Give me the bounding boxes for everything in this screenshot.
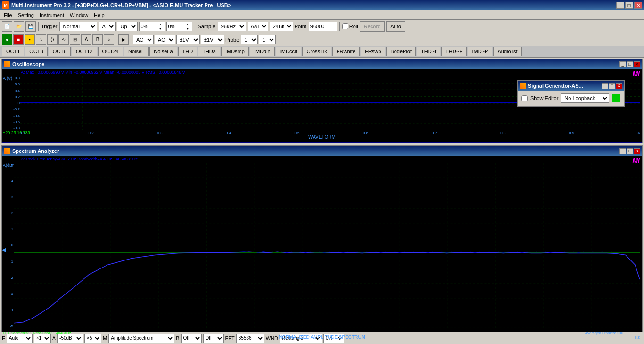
tab-bar: OCT1 OCT3 OCT6 OCT12 OCT24 NoiseL NoiseL…: [0, 46, 644, 58]
pct1-down[interactable]: ▼: [158, 26, 164, 31]
green-btn-1[interactable]: ●: [2, 34, 12, 45]
fft-val-select[interactable]: 65536: [236, 334, 264, 343]
tab-thdp[interactable]: THD~P: [441, 47, 467, 56]
app-icon: M: [2, 1, 9, 9]
menu-file[interactable]: File: [1, 12, 15, 18]
spec-title: Spectrum Analyzer: [12, 148, 59, 154]
title-bar: M Multi-Instrument Pro 3.2 - [+3DP+DLG+L…: [0, 0, 644, 10]
osc-minimize[interactable]: _: [619, 61, 626, 67]
spec-minimize[interactable]: _: [619, 148, 626, 154]
pct2-up[interactable]: ▲: [186, 22, 191, 26]
tab-oct6[interactable]: OCT6: [49, 47, 71, 56]
sep4: [116, 35, 116, 44]
tab-thd[interactable]: THD: [178, 47, 198, 56]
probe1-select[interactable]: 1 10: [241, 35, 258, 44]
tab-thdf[interactable]: THD~f: [417, 47, 440, 56]
spectrum-panel: Spectrum Analyzer _ □ ✕ A: Peak Frequenc…: [1, 145, 643, 343]
tab-crosstlk[interactable]: CrossTlk: [302, 47, 331, 56]
ab-select[interactable]: A&B A B: [248, 22, 268, 31]
osc-status: A: Max= 0.00006998 V Min=-0.00006962 V M…: [21, 70, 185, 75]
tab-noisell[interactable]: NoiseL: [124, 47, 149, 56]
sig-gen-title-bar: Signal Generator-AS... _ □ ✕: [518, 81, 624, 91]
tab-oct3[interactable]: OCT3: [25, 47, 47, 56]
b-off-select[interactable]: Off: [181, 334, 202, 343]
sig-gen-close[interactable]: ✕: [616, 83, 622, 89]
roll-checkbox[interactable]: [342, 23, 348, 29]
red-btn[interactable]: ■: [13, 34, 24, 45]
v1-select[interactable]: AC DC: [155, 35, 175, 44]
ac-select-1[interactable]: AC DC: [133, 35, 154, 44]
tab-bodeplot[interactable]: BodePlot: [386, 47, 416, 56]
new-btn[interactable]: 📄: [2, 21, 12, 32]
save-btn[interactable]: 💾: [25, 21, 36, 32]
spec-chart: A: Peak Frequency=666.7 Hz Bandwidth=4.4…: [2, 156, 642, 342]
auto-button[interactable]: Auto: [386, 21, 405, 32]
v2-range[interactable]: ±1V ±2V: [201, 35, 224, 44]
open-btn[interactable]: 📂: [14, 21, 24, 32]
tab-frswp[interactable]: FRswp: [361, 47, 385, 56]
osc-restore[interactable]: □: [627, 61, 633, 67]
tab-noisela[interactable]: NoiseLa: [149, 47, 177, 56]
tab-imddin[interactable]: IMDdin: [250, 47, 275, 56]
point-input[interactable]: [309, 22, 337, 31]
direction-select[interactable]: Up Down: [117, 22, 138, 31]
sample-rate-select[interactable]: 96kHz 48kHz 44.1kHz: [218, 22, 246, 31]
show-editor-checkbox[interactable]: [521, 95, 528, 101]
menu-help[interactable]: Help: [91, 12, 107, 18]
icon-btn-3[interactable]: ∿: [58, 34, 69, 45]
menu-instrument[interactable]: Instrument: [37, 12, 67, 18]
sep5: [131, 35, 131, 44]
channel-select[interactable]: A B: [99, 22, 116, 31]
icon-btn-2[interactable]: ⟨⟩: [47, 34, 58, 45]
x5-select[interactable]: ×5: [84, 334, 101, 343]
minimize-button[interactable]: _: [616, 2, 624, 9]
trigger-label: Trigger: [41, 24, 57, 29]
icon-btn-7[interactable]: ♪: [104, 34, 114, 45]
icon-btn-8[interactable]: ▶: [118, 34, 129, 45]
osc-close[interactable]: ✕: [634, 61, 640, 67]
menu-bar: File Setting Instrument Window Help: [0, 10, 644, 20]
tab-audiotst[interactable]: AudioTst: [493, 47, 521, 56]
restore-button[interactable]: □: [625, 2, 633, 9]
tab-thda[interactable]: THDa: [198, 47, 220, 56]
roll-label[interactable]: Roll: [342, 23, 358, 29]
spec-peak-info: A: Peak Frequency=666.7 Hz Bandwidth=4.4…: [21, 157, 138, 161]
icon-btn-1[interactable]: ≈: [36, 34, 46, 45]
pct1-up[interactable]: ▲: [158, 22, 164, 26]
sep1: [38, 22, 39, 31]
tab-imdsmp[interactable]: IMDsmp: [221, 47, 249, 56]
m-mode-select[interactable]: Amplitude Spectrum: [108, 334, 174, 343]
sig-gen-green-btn[interactable]: [612, 94, 620, 102]
tab-oct12[interactable]: OCT12: [72, 47, 97, 56]
v1-range[interactable]: ±1V ±2V: [176, 35, 200, 44]
probe2-select[interactable]: 1 10: [259, 35, 276, 44]
pct2-input[interactable]: [167, 22, 186, 31]
loopback-select[interactable]: No Loopback: [561, 93, 609, 103]
bit-select[interactable]: 24Bit 16Bit: [270, 22, 293, 31]
tab-imdccif[interactable]: IMDccif: [276, 47, 302, 56]
tab-oct24[interactable]: OCT24: [98, 47, 123, 56]
sig-gen-restore[interactable]: □: [609, 83, 615, 89]
off2-select[interactable]: Off: [203, 334, 224, 343]
sig-gen-minimize[interactable]: _: [602, 83, 608, 89]
tab-imdp[interactable]: IMD~P: [468, 47, 492, 56]
osc-title-bar: Oscilloscope _ □ ✕: [2, 59, 642, 69]
sig-gen-body: Show Editor No Loopback: [518, 91, 624, 106]
yellow-btn[interactable]: ▪: [25, 34, 35, 45]
tab-frwhite[interactable]: FRwhite: [332, 47, 360, 56]
record-button[interactable]: Record: [360, 21, 385, 32]
pct2-down[interactable]: ▼: [186, 26, 191, 31]
spec-avg-frames: Averaged Frames: 200: [585, 331, 623, 335]
menu-setting[interactable]: Setting: [15, 12, 37, 18]
spec-restore[interactable]: □: [627, 148, 633, 154]
pct1-input[interactable]: [140, 22, 158, 31]
close-button[interactable]: ✕: [634, 2, 642, 9]
icon-btn-5[interactable]: A: [81, 34, 91, 45]
m-label: M: [103, 336, 107, 341]
menu-window[interactable]: Window: [67, 12, 91, 18]
icon-btn-6[interactable]: B: [92, 34, 103, 45]
tab-oct1[interactable]: OCT1: [2, 47, 24, 56]
spec-close[interactable]: ✕: [634, 148, 640, 154]
icon-btn-4[interactable]: ⊞: [70, 34, 80, 45]
trigger-mode-select[interactable]: Normal Auto Single: [59, 22, 97, 31]
